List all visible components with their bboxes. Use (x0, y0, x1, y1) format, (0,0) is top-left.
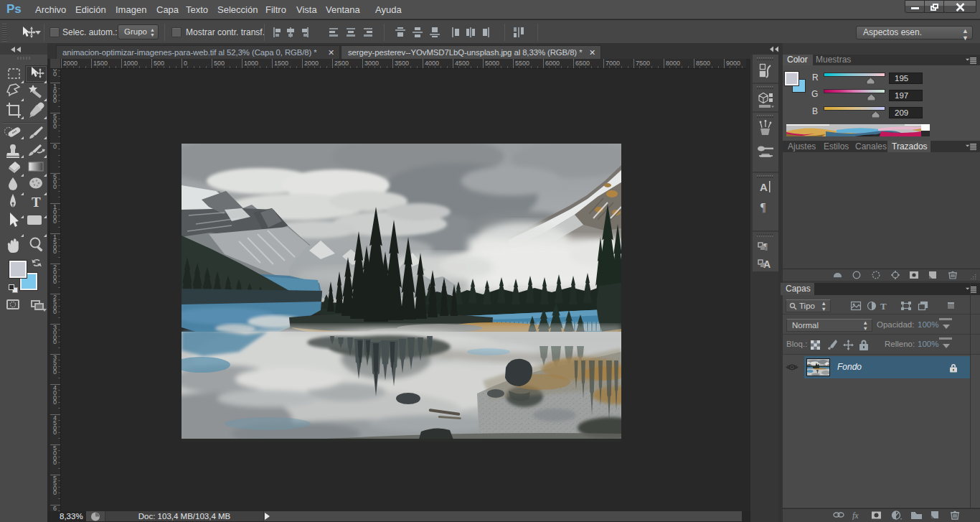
svg-text:T: T (880, 301, 887, 311)
svg-text:A: A (760, 181, 768, 193)
svg-text:¶: ¶ (760, 201, 766, 213)
svg-text:T: T (32, 195, 41, 210)
svg-text:fx: fx (852, 511, 859, 520)
